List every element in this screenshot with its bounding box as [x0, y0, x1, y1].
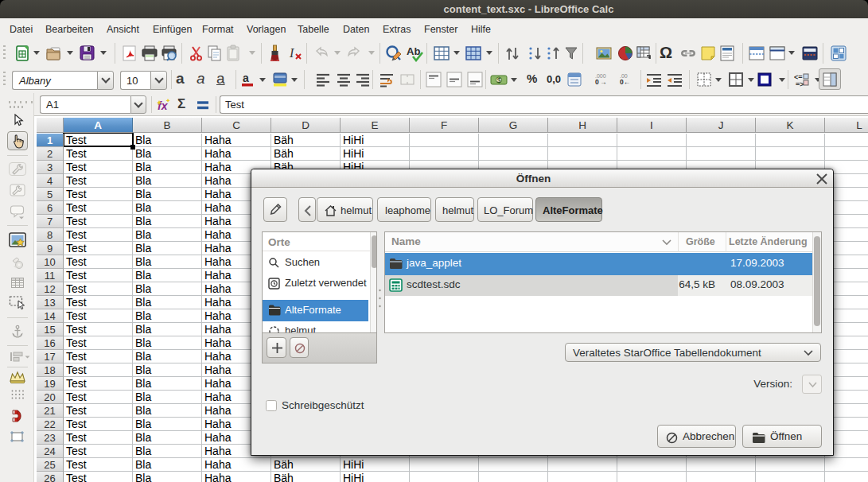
- svg-text:.000: .000: [595, 73, 606, 79]
- svg-text:a: a: [243, 72, 249, 84]
- svg-text:Ab: Ab: [407, 45, 420, 57]
- svg-text:0: 0: [595, 78, 599, 86]
- svg-text:I: I: [289, 46, 294, 60]
- svg-text:0←: 0←: [620, 78, 630, 86]
- svg-text:$: $: [497, 76, 501, 84]
- svg-text:=>: =>: [796, 80, 804, 87]
- svg-text:→: →: [600, 78, 607, 86]
